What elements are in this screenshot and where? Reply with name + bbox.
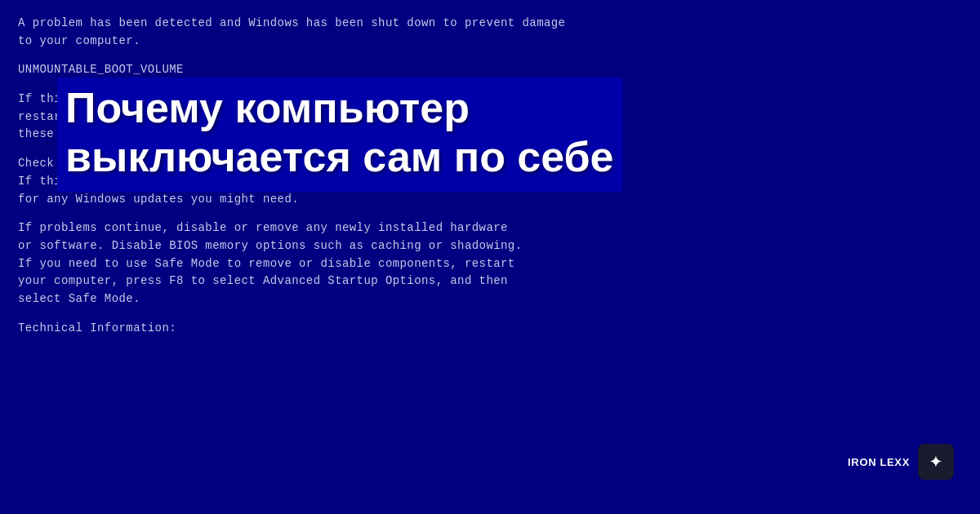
- bsod-line13: your computer, press F8 to select Advanc…: [18, 273, 962, 290]
- bsod-line2: to your computer.: [18, 33, 962, 51]
- brand-label: IRON LEXX: [848, 456, 910, 468]
- bsod-line9: for any Windows updates you might need.: [18, 191, 962, 209]
- article-title: Почему компьютер выключается сам по себе: [65, 84, 614, 182]
- article-title-overlay: Почему компьютер выключается сам по себе: [57, 78, 622, 192]
- star-icon: ✦: [929, 450, 943, 473]
- title-line1: Почему компьютер: [65, 84, 470, 131]
- bsod-line14: select Safe Mode.: [18, 290, 962, 308]
- bsod-error-code: UNMOUNTABLE_BOOT_VOLUME: [18, 61, 962, 79]
- bsod-line15: Technical Information:: [18, 320, 962, 338]
- bsod-line12: If you need to use Safe Mode to remove o…: [18, 255, 962, 273]
- bsod-line10: If problems continue, disable or remove …: [18, 219, 962, 237]
- brand-icon: ✦: [918, 444, 954, 480]
- watermark: IRON LEXX ✦: [848, 444, 954, 480]
- bsod-line1: A problem has been detected and Windows …: [18, 15, 962, 33]
- bsod-screen: A problem has been detected and Windows …: [0, 0, 980, 514]
- bsod-line11: or software. Disable BIOS memory options…: [18, 237, 962, 255]
- title-line2: выключается сам по себе: [65, 133, 614, 180]
